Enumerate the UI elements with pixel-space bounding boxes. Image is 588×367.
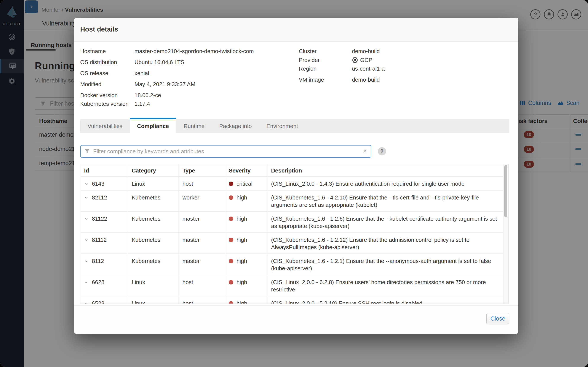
clear-filter-icon[interactable]: × <box>363 148 367 154</box>
table-row[interactable]: 6143 Linux host critical (CIS_Linux_2.0.… <box>80 177 503 191</box>
compliance-filter-input[interactable] <box>93 148 363 155</box>
tab-compliance[interactable]: Compliance <box>130 118 176 133</box>
chevron-down-icon[interactable] <box>84 196 88 200</box>
table-row[interactable]: 8112 Kubernetes master high (CIS_Kuberne… <box>80 254 503 275</box>
modal-footer: Close <box>74 306 519 334</box>
severity-dot <box>229 238 233 242</box>
severity-dot <box>229 280 233 284</box>
modal-header: Host details <box>74 18 519 42</box>
modal-tabbar: Vulnerabilities Compliance Runtime Packa… <box>80 119 509 133</box>
chevron-down-icon[interactable] <box>84 217 88 221</box>
chevron-down-icon[interactable] <box>84 259 88 263</box>
col-description[interactable]: Description <box>268 164 503 176</box>
field-os-release: OS releasexenial <box>80 70 149 77</box>
host-details-modal: Host details Hostnamemaster-demo2104-sgo… <box>74 18 519 334</box>
funnel-icon <box>84 148 90 154</box>
field-os-distribution: OS distributionUbuntu 16.04.6 LTS <box>80 59 184 66</box>
table-row[interactable]: 81122 Kubernetes master high (CIS_Kubern… <box>80 212 503 233</box>
chevron-down-icon[interactable] <box>84 280 88 284</box>
field-kubernetes-version: Kubernetes version1.17.4 <box>80 100 150 107</box>
tab-package-info[interactable]: Package info <box>212 119 259 133</box>
table-row[interactable]: 82112 Kubernetes worker high (CIS_Kubern… <box>80 191 503 212</box>
field-docker-version: Docker version18.06.2-ce <box>80 92 161 99</box>
close-button[interactable]: Close <box>486 313 509 324</box>
severity-dot <box>229 301 233 304</box>
severity-dot <box>229 217 233 221</box>
severity-dot <box>229 195 233 200</box>
tab-runtime[interactable]: Runtime <box>176 119 212 133</box>
modal-title: Host details <box>80 25 118 33</box>
table-row[interactable]: 6628 Linux host high (CIS_Linux_2.0.0 - … <box>80 275 503 296</box>
table-row[interactable]: 81112 Kubernetes master high (CIS_Kubern… <box>80 233 503 254</box>
filter-help-icon[interactable]: ? <box>378 147 386 155</box>
col-type[interactable]: Type <box>179 164 225 176</box>
chevron-down-icon[interactable] <box>84 182 88 186</box>
table-scrollbar[interactable] <box>503 164 509 304</box>
gcp-icon <box>352 57 358 63</box>
field-provider: ProviderGCP <box>299 57 372 63</box>
severity-dot <box>229 182 233 186</box>
col-category[interactable]: Category <box>128 164 179 176</box>
tab-vulnerabilities[interactable]: Vulnerabilities <box>80 119 130 133</box>
severity-dot <box>229 259 233 263</box>
table-row[interactable]: 6528 Linux host high (CIS_Linux_2.0.0 - … <box>80 296 503 304</box>
chevron-down-icon[interactable] <box>84 301 88 304</box>
field-vm-image: VM imagedemo-build <box>299 76 380 83</box>
field-region: Regionus-central1-a <box>299 65 385 72</box>
field-modified: ModifiedMay 4, 2021 9:33:37 AM <box>80 81 195 88</box>
scrollbar-thumb[interactable] <box>504 165 507 217</box>
col-severity[interactable]: Severity <box>225 164 268 176</box>
field-cluster: Clusterdemo-build <box>299 48 380 55</box>
col-id[interactable]: Id <box>80 164 128 176</box>
compliance-filter-box: × <box>80 145 372 158</box>
compliance-table: Id Category Type Severity Description 61… <box>80 164 509 304</box>
app-window: Monitor / Vulnerabilities Vulnerability … <box>0 0 588 367</box>
field-hostname: Hostnamemaster-demo2104-sgordon-demo-twi… <box>80 48 254 55</box>
chevron-down-icon[interactable] <box>84 238 88 242</box>
tab-environment[interactable]: Environment <box>259 119 305 133</box>
compliance-table-header: Id Category Type Severity Description <box>80 164 503 177</box>
